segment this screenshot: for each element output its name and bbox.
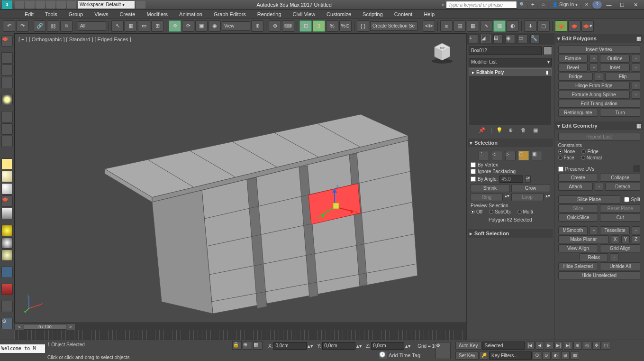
grow-button[interactable]: Grow bbox=[511, 184, 550, 192]
edit-tri-button[interactable]: Edit Triangulation bbox=[558, 100, 640, 108]
set-key-big-button[interactable]: ✥ bbox=[435, 342, 451, 359]
edit-named-sel-button[interactable]: { } bbox=[357, 20, 369, 32]
material-editor-button[interactable]: ◐ bbox=[507, 20, 519, 32]
modifier-list-dropdown[interactable]: Modifier List▾ bbox=[469, 58, 552, 66]
render-frame-button[interactable]: ▢ bbox=[537, 20, 550, 32]
layers-button[interactable]: ▤ bbox=[454, 20, 466, 32]
hinge-button[interactable]: Hinge From Edge bbox=[558, 82, 630, 90]
maximize-button[interactable]: ☐ bbox=[616, 0, 629, 9]
menu-animation[interactable]: Animation bbox=[173, 9, 208, 19]
help-icon[interactable]: ? bbox=[592, 1, 602, 9]
detach-button[interactable]: Detach bbox=[605, 183, 640, 191]
key-filters-button[interactable]: Key Filters... bbox=[489, 352, 532, 360]
pin-stack-button[interactable]: 📌 bbox=[479, 127, 487, 136]
select-object-button[interactable]: ↖ bbox=[111, 20, 124, 32]
maxscript-listener[interactable]: Welcome to M bbox=[0, 344, 45, 353]
grid-align-button[interactable]: Grid Align bbox=[600, 244, 640, 252]
key-mode-button[interactable]: 🔑 bbox=[480, 352, 488, 360]
angle-snap-button[interactable]: 3 bbox=[313, 20, 325, 32]
menu-grapheditors[interactable]: Graph Editors bbox=[208, 9, 252, 19]
help-search-input[interactable]: Type a keyword or phrase bbox=[446, 1, 517, 9]
by-angle-checkbox[interactable]: By Angle: bbox=[471, 176, 498, 182]
render-online-button[interactable]: 🫖▾ bbox=[581, 20, 594, 32]
comm-center-icon[interactable]: ✦ bbox=[528, 1, 537, 9]
camera2-icon[interactable] bbox=[1, 123, 13, 135]
key-target-combo[interactable]: Selected bbox=[482, 342, 525, 350]
gear-icon[interactable]: ⚙ bbox=[1, 318, 13, 329]
constraint-edge-radio[interactable]: Edge bbox=[581, 149, 598, 154]
subobj-vertex[interactable]: ⋮ bbox=[479, 151, 489, 160]
tessellate-button[interactable]: Tessellate bbox=[600, 226, 630, 234]
constraint-face-radio[interactable]: Face bbox=[558, 155, 574, 160]
ribbon-button[interactable]: ▦ bbox=[467, 20, 479, 32]
rollout-editpoly-header[interactable]: ▾Edit Polygons▦ bbox=[555, 34, 643, 43]
absolute-mode-button[interactable]: ⊕ bbox=[243, 341, 252, 350]
minimize-button[interactable]: — bbox=[602, 0, 616, 9]
select-place-button[interactable]: ◉ bbox=[209, 20, 221, 32]
menu-scripting[interactable]: Scripting bbox=[357, 9, 389, 19]
create-button[interactable]: Create bbox=[558, 174, 599, 182]
orb2-icon[interactable] bbox=[1, 250, 13, 261]
close-button[interactable]: ✕ bbox=[629, 0, 642, 9]
extrude-button[interactable]: Extrude bbox=[558, 55, 588, 63]
mirror-button[interactable]: ⊲⊳ bbox=[423, 20, 435, 32]
select-rectangle-button[interactable]: ▭ bbox=[138, 20, 150, 32]
nav5-button[interactable]: ⊙ bbox=[542, 352, 551, 360]
link-button[interactable]: 🔗 bbox=[34, 20, 46, 32]
bind-button[interactable]: ≋ bbox=[60, 20, 73, 32]
menu-views[interactable]: Views bbox=[89, 9, 114, 19]
tab-modify[interactable]: ◢ bbox=[481, 35, 490, 43]
camera1-icon[interactable] bbox=[1, 111, 13, 122]
time-slider-next[interactable]: > bbox=[66, 324, 75, 330]
project-icon[interactable] bbox=[67, 1, 76, 9]
select-rotate-button[interactable]: ⟳ bbox=[182, 20, 194, 32]
orb1-icon[interactable] bbox=[1, 237, 13, 249]
bevel-button[interactable]: Bevel bbox=[558, 64, 588, 72]
inset-button[interactable]: Inset bbox=[600, 64, 630, 72]
favorites-icon[interactable]: ☆ bbox=[538, 1, 548, 9]
goto-start-button[interactable]: |◀ bbox=[526, 342, 535, 350]
sun-icon[interactable] bbox=[1, 225, 13, 236]
loop-button[interactable]: Loop bbox=[511, 193, 544, 201]
tab-utilities[interactable]: 🔧 bbox=[530, 35, 540, 43]
shrink-button[interactable]: Shrink bbox=[471, 184, 509, 192]
split-checkbox[interactable]: Split bbox=[624, 195, 640, 204]
slice-button[interactable]: Slice bbox=[558, 204, 599, 213]
window-crossing-button[interactable]: ⊞ bbox=[151, 20, 163, 32]
keyboard-shortcut-button[interactable]: ⌨ bbox=[282, 20, 294, 32]
subobj-edge[interactable]: ◁ bbox=[492, 151, 502, 160]
unlink-button[interactable]: ⛓ bbox=[47, 20, 59, 32]
goto-end-button[interactable]: ▶| bbox=[564, 342, 572, 350]
modifier-stack[interactable]: ▸ Editable Poly▮ bbox=[469, 68, 552, 125]
view-align-button[interactable]: View Align bbox=[558, 244, 599, 252]
nav6-button[interactable]: ◐ bbox=[552, 352, 560, 360]
tab-display[interactable]: ▭ bbox=[518, 35, 527, 43]
teapot-icon[interactable]: 🫖 bbox=[1, 35, 13, 46]
x-input[interactable]: 0,0cm bbox=[273, 342, 307, 350]
collapse-button[interactable]: Collapse bbox=[600, 174, 640, 182]
exchange-icon[interactable]: ✕ bbox=[582, 1, 591, 9]
light1-icon[interactable] bbox=[1, 94, 13, 105]
named-sel-combo[interactable]: Create Selection Se bbox=[370, 21, 417, 31]
modifier-editable-poly[interactable]: ▸ Editable Poly▮ bbox=[469, 69, 552, 76]
workspace-dropdown[interactable]: Workspace: Default ▾ bbox=[78, 1, 135, 9]
reset-plane-button[interactable]: Reset Plane bbox=[600, 204, 640, 213]
unhide-all-button[interactable]: Unhide All bbox=[600, 262, 640, 270]
panel1-icon[interactable] bbox=[1, 52, 13, 64]
undo-icon[interactable] bbox=[46, 1, 55, 9]
matcol4-icon[interactable]: 🫖 bbox=[1, 195, 13, 207]
matcol1-icon[interactable] bbox=[1, 158, 13, 170]
make-planar-button[interactable]: Make Planar bbox=[558, 235, 609, 243]
undo-button[interactable]: ↶ bbox=[3, 20, 15, 32]
turn-button[interactable]: Turn bbox=[600, 109, 640, 117]
flip-button[interactable]: Flip bbox=[605, 73, 640, 81]
menu-help[interactable]: Help bbox=[418, 9, 440, 19]
object-color-swatch[interactable] bbox=[544, 46, 552, 55]
play-button[interactable]: ▶ bbox=[545, 342, 553, 350]
subobj-element[interactable]: ▣ bbox=[532, 151, 542, 160]
planar-z-button[interactable]: Z bbox=[632, 235, 640, 243]
track-bar[interactable] bbox=[14, 330, 466, 340]
manipulate-button[interactable]: ⊛ bbox=[269, 20, 281, 32]
curve-editor-button[interactable]: ∿ bbox=[480, 20, 492, 32]
nav4-button[interactable]: ▢ bbox=[602, 342, 610, 350]
